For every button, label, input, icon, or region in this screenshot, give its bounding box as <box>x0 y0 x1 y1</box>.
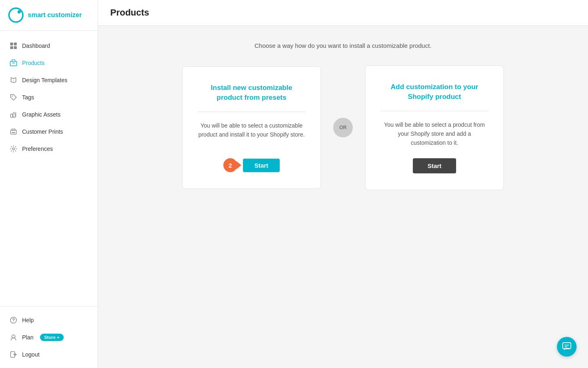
sidebar-item-preferences-label: Preferences <box>22 146 53 152</box>
card-install-new-description: You will be able to select a customizabl… <box>197 121 306 148</box>
products-icon <box>10 59 17 67</box>
add-customization-start-button[interactable]: Start <box>413 158 456 173</box>
card-add-customization-action: Start <box>413 158 456 173</box>
sidebar-item-help-label: Help <box>22 317 34 323</box>
plan-icon <box>10 334 17 341</box>
svg-rect-9 <box>13 113 15 117</box>
app-logo-icon <box>8 7 24 23</box>
sidebar-item-logout[interactable]: Logout <box>0 346 98 363</box>
sidebar-item-tags-label: Tags <box>22 94 34 101</box>
main-content: Products Choose a way how do you want to… <box>98 0 588 368</box>
or-separator: OR <box>333 118 353 137</box>
sidebar-item-dashboard[interactable]: Dashboard <box>0 37 98 54</box>
svg-point-14 <box>13 148 15 150</box>
svg-point-7 <box>12 96 13 96</box>
chat-button[interactable] <box>557 337 577 357</box>
svg-rect-2 <box>10 43 13 45</box>
sidebar-bottom: Help Plan Store + Logout <box>0 306 98 368</box>
customer-prints-icon <box>10 128 17 135</box>
sidebar-item-graphic-assets-label: Graphic Assets <box>22 111 60 118</box>
sidebar-item-plan-label: Plan <box>22 334 33 341</box>
svg-rect-4 <box>10 46 13 49</box>
page-title: Products <box>110 7 576 18</box>
card-add-customization-title: Add customization to your Shopify produc… <box>380 82 489 102</box>
preferences-icon <box>10 145 17 153</box>
tags-icon <box>10 94 17 101</box>
chat-icon <box>562 342 571 351</box>
cards-row: Install new customizable product from pr… <box>167 65 519 190</box>
app-logo-text: smart customizer <box>28 11 82 19</box>
svg-rect-19 <box>563 343 571 349</box>
svg-rect-3 <box>14 43 17 45</box>
step-badge: 2 <box>223 158 237 172</box>
sidebar-nav: Dashboard Products Design Templates <box>0 31 98 306</box>
help-icon <box>10 316 17 324</box>
sidebar-item-design-templates-label: Design Templates <box>22 77 67 83</box>
svg-rect-8 <box>11 114 13 117</box>
svg-point-16 <box>13 321 14 322</box>
svg-point-1 <box>18 10 21 13</box>
sidebar-item-design-templates[interactable]: Design Templates <box>0 72 98 89</box>
card-install-new-action: 2 Start <box>223 158 280 172</box>
sidebar-item-customer-prints-label: Customer Prints <box>22 128 63 135</box>
svg-point-0 <box>9 8 23 22</box>
svg-rect-5 <box>14 46 17 49</box>
sidebar-item-products[interactable]: Products <box>0 54 98 72</box>
logout-icon <box>10 351 17 358</box>
card-install-new-title: Install new customizable product from pr… <box>197 83 306 103</box>
sidebar-item-help[interactable]: Help <box>0 312 98 329</box>
sidebar-item-dashboard-label: Dashboard <box>22 43 50 49</box>
svg-rect-6 <box>10 61 17 66</box>
svg-rect-10 <box>16 112 16 117</box>
sidebar-item-products-label: Products <box>22 60 45 66</box>
sidebar-logo: smart customizer <box>0 0 98 31</box>
sidebar-item-logout-label: Logout <box>22 351 40 358</box>
card-add-customization: Add customization to your Shopify produc… <box>365 65 504 190</box>
design-templates-icon <box>10 76 17 84</box>
page-content: Choose a way how do you want to install … <box>98 26 588 206</box>
card-install-new-divider <box>197 112 306 112</box>
sidebar-item-plan[interactable]: Plan Store + <box>0 329 98 346</box>
card-add-customization-divider <box>380 111 489 111</box>
sidebar-item-tags[interactable]: Tags <box>0 89 98 106</box>
plan-badge[interactable]: Store + <box>40 334 64 341</box>
graphic-assets-icon <box>10 111 17 118</box>
install-new-start-button[interactable]: Start <box>243 159 280 172</box>
page-subtitle: Choose a way how do you want to install … <box>254 42 432 49</box>
sidebar-item-graphic-assets[interactable]: Graphic Assets <box>0 106 98 123</box>
sidebar-item-preferences[interactable]: Preferences <box>0 140 98 157</box>
sidebar: smart customizer Dashboard <box>0 0 98 368</box>
sidebar-item-customer-prints[interactable]: Customer Prints <box>0 123 98 140</box>
dashboard-icon <box>10 42 17 49</box>
svg-rect-13 <box>12 132 15 133</box>
card-install-new: Install new customizable product from pr… <box>182 66 321 189</box>
page-header: Products <box>98 0 588 26</box>
card-add-customization-description: You will be able to select a prodcut fro… <box>380 120 489 148</box>
